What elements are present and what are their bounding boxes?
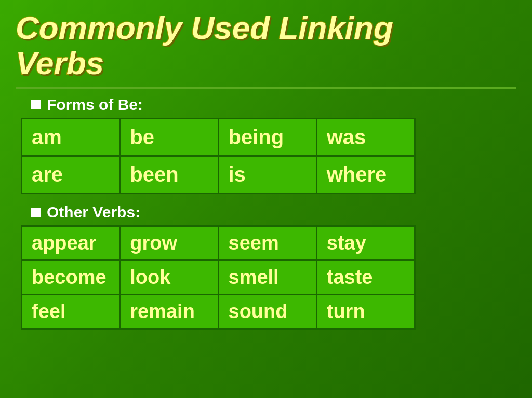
cell-remain: remain <box>120 295 218 329</box>
cell-seem: seem <box>218 226 316 260</box>
other-verbs-table: appear grow seem stay become look smell … <box>21 225 416 330</box>
cell-be: be <box>120 119 218 156</box>
forms-of-be-label: Forms of Be: <box>31 96 516 114</box>
cell-grow: grow <box>120 226 218 260</box>
cell-is: is <box>218 156 316 194</box>
cell-where: where <box>316 156 415 194</box>
other-verbs-text: Other Verbs: <box>47 203 140 221</box>
cell-are: are <box>22 156 120 194</box>
cell-was: was <box>316 119 415 156</box>
cell-being: being <box>218 119 316 156</box>
bullet-icon <box>31 100 41 109</box>
cell-feel: feel <box>22 295 120 329</box>
cell-smell: smell <box>218 260 316 295</box>
cell-appear: appear <box>22 226 120 260</box>
cell-turn: turn <box>316 295 415 329</box>
table-row: am be being was <box>22 119 415 156</box>
forms-of-be-table: am be being was are been is where <box>21 118 416 194</box>
cell-sound: sound <box>218 295 316 329</box>
cell-taste: taste <box>316 260 415 295</box>
table-row: feel remain sound turn <box>22 295 415 329</box>
title-divider <box>16 87 516 89</box>
table-row: are been is where <box>22 156 415 194</box>
cell-been: been <box>120 156 218 194</box>
cell-am: am <box>22 119 120 156</box>
other-verbs-label: Other Verbs: <box>31 203 516 221</box>
forms-of-be-text: Forms of Be: <box>47 96 143 114</box>
page-title: Commonly Used Linking Verbs <box>16 10 516 81</box>
cell-stay: stay <box>316 226 415 260</box>
cell-look: look <box>120 260 218 295</box>
table-row: appear grow seem stay <box>22 226 415 260</box>
cell-become: become <box>22 260 120 295</box>
page-container: Commonly Used Linking Verbs Forms of Be:… <box>0 0 532 398</box>
table-row: become look smell taste <box>22 260 415 295</box>
bullet-icon-2 <box>31 208 41 217</box>
